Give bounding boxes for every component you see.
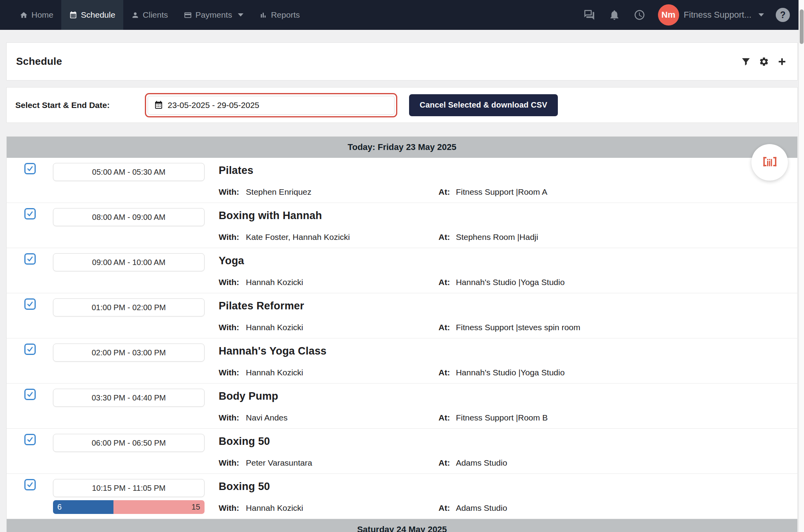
top-navigation: Home Schedule Clients Payments Reports: [0, 0, 804, 30]
history-button[interactable]: [633, 8, 646, 22]
checkmark-icon: [26, 210, 34, 218]
avatar: Nm: [658, 4, 679, 26]
event-time[interactable]: 03:30 PM - 04:40 PM: [53, 389, 205, 407]
event-row: 03:30 PM - 04:40 PM Body Pump With: Navi…: [7, 384, 797, 429]
time-column: 03:30 PM - 04:40 PM: [53, 389, 205, 428]
scrollbar-thumb[interactable]: [800, 9, 804, 44]
time-column: 01:00 PM - 02:00 PM: [53, 298, 205, 338]
event-meta: With: Hannah Kozicki At: Hannah's Studio…: [219, 368, 797, 377]
event-title[interactable]: Boxing 50: [219, 435, 270, 448]
event-time[interactable]: 05:00 AM - 05:30 AM: [53, 163, 205, 181]
event-checkbox[interactable]: [24, 344, 36, 355]
time-column: 02:00 PM - 03:00 PM: [53, 344, 205, 383]
at-value: Fitness Support |steves spin room: [456, 323, 580, 332]
header-actions: [740, 56, 788, 68]
messages-button[interactable]: [583, 8, 596, 22]
event-checkbox[interactable]: [24, 253, 36, 265]
event-title[interactable]: Hannah's Yoga Class: [219, 345, 327, 357]
date-filter-label: Select Start & End Date:: [15, 101, 145, 110]
event-details: Yoga With: Hannah Kozicki At: Hannah's S…: [219, 253, 797, 293]
with-label: With:: [219, 458, 239, 468]
event-time[interactable]: 08:00 AM - 09:00 AM: [53, 208, 205, 226]
capacity-bar: 6 15: [53, 500, 205, 514]
bar-chart-icon: [259, 11, 267, 19]
day-header-today: Today: Friday 23 May 2025: [7, 137, 797, 158]
event-title[interactable]: Body Pump: [219, 390, 278, 402]
event-time[interactable]: 10:15 PM - 11:05 PM: [53, 479, 205, 497]
date-range-input[interactable]: 23-05-2025 - 29-05-2025: [145, 93, 397, 117]
checkmark-icon: [26, 436, 34, 443]
checkbox-column: [24, 344, 53, 383]
at-label: At:: [439, 278, 450, 287]
date-filter-card: Select Start & End Date: 23-05-2025 - 29…: [6, 87, 798, 123]
scan-fab-button[interactable]: [751, 144, 788, 181]
add-button[interactable]: [776, 56, 788, 68]
nav-item-label: Payments: [196, 10, 232, 20]
clock-icon: [634, 9, 645, 21]
event-title[interactable]: Boxing 50: [219, 481, 270, 493]
filter-button[interactable]: [740, 56, 752, 68]
user-menu[interactable]: Nm Fitness Support...: [658, 4, 764, 26]
checkmark-icon: [26, 481, 34, 488]
at-group: At: Adams Studio: [439, 458, 507, 468]
event-meta: With: Hannah Kozicki At: Fitness Support…: [219, 323, 797, 332]
event-checkbox[interactable]: [24, 208, 36, 219]
cancel-download-csv-button[interactable]: Cancel Selected & download CSV: [409, 94, 558, 116]
checkbox-column: [24, 479, 53, 519]
at-value: Adams Studio: [456, 503, 507, 513]
with-value: Navi Andes: [246, 413, 287, 422]
event-time[interactable]: 02:00 PM - 03:00 PM: [53, 344, 205, 362]
checkmark-icon: [26, 391, 34, 398]
event-row: 10:15 PM - 11:05 PM 6 15 Boxing 50 With:…: [7, 474, 797, 519]
time-column: 06:00 PM - 06:50 PM: [53, 434, 205, 473]
with-label: With:: [219, 278, 239, 287]
help-button[interactable]: ?: [776, 8, 790, 22]
with-group: With: Kate Foster, Hannah Kozicki: [219, 232, 439, 242]
nav-item-home[interactable]: Home: [12, 0, 61, 30]
person-icon: [131, 11, 139, 19]
event-checkbox[interactable]: [24, 298, 36, 310]
with-label: With:: [219, 323, 239, 332]
main-content: Schedule Select Start & End Date: 23-05-: [0, 42, 804, 532]
with-label: With:: [219, 503, 239, 513]
checkbox-column: [24, 434, 53, 473]
at-value: Hannah's Studio |Yoga Studio: [456, 368, 565, 377]
event-row: 05:00 AM - 05:30 AM Pilates With: Stephe…: [7, 158, 797, 203]
with-label: With:: [219, 187, 239, 197]
settings-button[interactable]: [758, 56, 770, 68]
event-time[interactable]: 01:00 PM - 02:00 PM: [53, 298, 205, 316]
nav-item-schedule[interactable]: Schedule: [61, 0, 123, 30]
credit-card-icon: [184, 11, 192, 19]
event-time[interactable]: 06:00 PM - 06:50 PM: [53, 434, 205, 452]
with-label: With:: [219, 368, 239, 377]
time-column: 10:15 PM - 11:05 PM 6 15: [53, 479, 205, 519]
event-checkbox[interactable]: [24, 434, 36, 445]
nav-item-payments[interactable]: Payments: [176, 0, 251, 30]
event-row: 02:00 PM - 03:00 PM Hannah's Yoga Class …: [7, 338, 797, 384]
event-checkbox[interactable]: [24, 389, 36, 400]
at-value: Fitness Support |Room B: [456, 413, 548, 422]
at-value: Adams Studio: [456, 458, 507, 468]
event-checkbox[interactable]: [24, 163, 36, 174]
barcode-scan-icon: [761, 154, 778, 171]
event-details: Boxing 50 With: Hannah Kozicki At: Adams…: [219, 479, 797, 519]
event-title[interactable]: Pilates Reformer: [219, 300, 304, 312]
event-checkbox[interactable]: [24, 479, 36, 490]
at-label: At:: [439, 232, 450, 242]
calendar-icon: [69, 11, 77, 19]
event-details: Pilates With: Stephen Enriquez At: Fitne…: [219, 163, 797, 203]
event-time[interactable]: 09:00 AM - 10:00 AM: [53, 253, 205, 271]
event-title[interactable]: Yoga: [219, 255, 244, 267]
event-title[interactable]: Boxing with Hannah: [219, 210, 322, 222]
plus-icon: [777, 57, 787, 67]
nav-item-clients[interactable]: Clients: [123, 0, 176, 30]
checkbox-column: [24, 389, 53, 428]
checkmark-icon: [26, 346, 34, 353]
nav-item-reports[interactable]: Reports: [251, 0, 308, 30]
at-group: At: Fitness Support |Room B: [439, 413, 548, 422]
event-details: Body Pump With: Navi Andes At: Fitness S…: [219, 389, 797, 428]
notifications-button[interactable]: [608, 8, 621, 22]
event-title[interactable]: Pilates: [219, 165, 253, 177]
scrollbar-track[interactable]: [799, 0, 804, 532]
at-label: At:: [439, 413, 450, 422]
